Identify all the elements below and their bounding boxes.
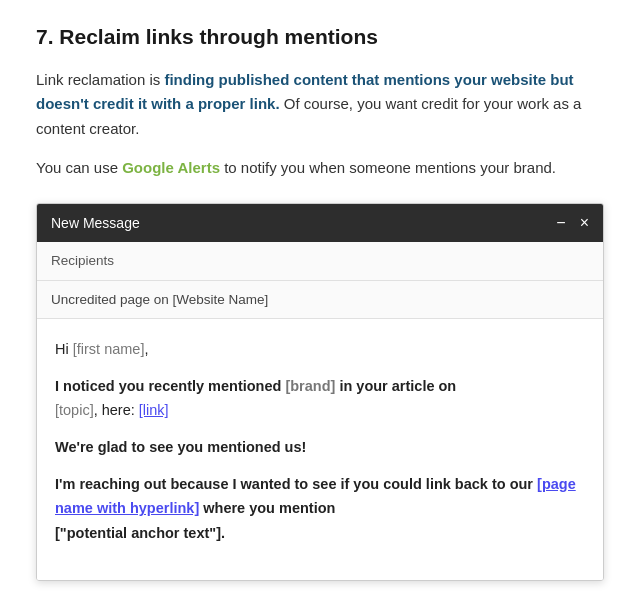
intro-paragraph: Link reclamation is finding published co… bbox=[36, 68, 604, 142]
email-header: New Message − × bbox=[37, 204, 603, 242]
brand-placeholder: [brand] bbox=[285, 378, 335, 394]
email-header-title: New Message bbox=[51, 212, 140, 234]
topic-placeholder: [topic] bbox=[55, 402, 94, 418]
email-closing-line: I'm reaching out because I wanted to see… bbox=[55, 472, 585, 546]
email-glad-line: We're glad to see you mentioned us! bbox=[55, 435, 585, 460]
closing-end: ["potential anchor text"]. bbox=[55, 525, 225, 541]
noticed-bold-end: in your article on bbox=[335, 378, 456, 394]
email-noticed-line: I noticed you recently mentioned [brand]… bbox=[55, 374, 585, 423]
email-link-placeholder[interactable]: [link] bbox=[139, 402, 169, 418]
greeting-comma: , bbox=[144, 341, 148, 357]
first-name-placeholder: [first name] bbox=[73, 341, 145, 357]
email-header-controls: − × bbox=[556, 215, 589, 231]
recipients-field[interactable]: Recipients bbox=[37, 242, 603, 281]
second-para-end: to notify you when someone mentions your… bbox=[220, 159, 556, 176]
subject-value: Uncredited page on [Website Name] bbox=[51, 292, 268, 307]
closing-mid: where you mention bbox=[199, 500, 335, 516]
google-alerts-link[interactable]: Google Alerts bbox=[122, 159, 220, 176]
email-greeting-line: Hi [first name], bbox=[55, 337, 585, 362]
line2-separator: , here: bbox=[94, 402, 139, 418]
second-para-start: You can use bbox=[36, 159, 122, 176]
second-paragraph: You can use Google Alerts to notify you … bbox=[36, 156, 604, 181]
closing-bold: I'm reaching out because I wanted to see… bbox=[55, 476, 537, 492]
section-heading: 7. Reclaim links through mentions bbox=[36, 20, 604, 54]
intro-plain-start: Link reclamation is bbox=[36, 71, 164, 88]
close-button[interactable]: × bbox=[580, 215, 589, 231]
noticed-bold-start: I noticed you recently mentioned bbox=[55, 378, 285, 394]
email-modal: New Message − × Recipients Uncredited pa… bbox=[36, 203, 604, 581]
glad-text: We're glad to see you mentioned us! bbox=[55, 439, 306, 455]
minimize-button[interactable]: − bbox=[556, 215, 565, 231]
email-body[interactable]: Hi [first name], I noticed you recently … bbox=[37, 319, 603, 579]
subject-field[interactable]: Uncredited page on [Website Name] bbox=[37, 281, 603, 320]
recipients-label: Recipients bbox=[51, 253, 114, 268]
greeting-text: Hi bbox=[55, 341, 73, 357]
